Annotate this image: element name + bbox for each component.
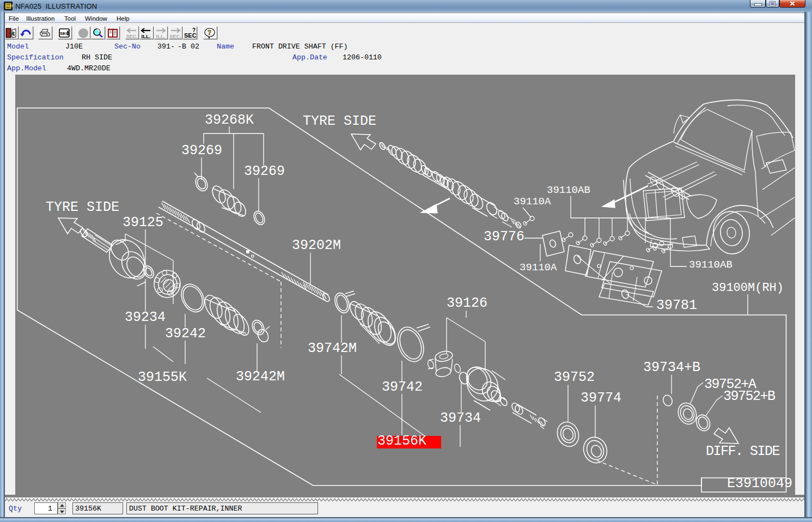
svg-text:SEC.: SEC.	[169, 33, 181, 39]
svg-text:39110AB: 39110AB	[689, 259, 732, 271]
svg-text:TYRE SIDE: TYRE SIDE	[46, 199, 119, 215]
svg-text:?: ?	[192, 27, 196, 33]
svg-text:39100M(RH): 39100M(RH)	[712, 281, 784, 295]
svg-text:39734: 39734	[440, 410, 481, 426]
svg-text:39269: 39269	[244, 163, 285, 179]
svg-text:TYRE SIDE: TYRE SIDE	[303, 113, 376, 129]
svg-text:39752+B: 39752+B	[723, 389, 776, 404]
svg-text:39242M: 39242M	[236, 369, 285, 385]
svg-text:39110A: 39110A	[520, 262, 557, 274]
svg-text:39781: 39781	[656, 298, 697, 313]
svg-text:39202M: 39202M	[292, 238, 341, 253]
svg-text:39774: 39774	[581, 390, 621, 406]
svg-text:39734+B: 39734+B	[643, 360, 700, 375]
svg-text:39110AB: 39110AB	[547, 184, 590, 196]
svg-text:ILL.: ILL.	[156, 33, 166, 39]
svg-text:39242: 39242	[165, 326, 206, 342]
svg-text:ILL.: ILL.	[141, 33, 150, 39]
svg-text:39155K: 39155K	[138, 369, 187, 385]
svg-text:39234: 39234	[125, 309, 166, 325]
svg-text:39110A: 39110A	[514, 196, 551, 208]
svg-text:39125: 39125	[123, 215, 163, 230]
svg-text:39156K: 39156K	[377, 433, 426, 449]
svg-text:E3910049: E3910049	[727, 476, 792, 491]
svg-text:DIFF. SIDE: DIFF. SIDE	[706, 444, 780, 459]
svg-text:39776: 39776	[484, 229, 524, 245]
svg-text:?: ?	[207, 29, 211, 37]
svg-text:39126: 39126	[447, 295, 487, 311]
svg-text:39269: 39269	[181, 143, 222, 159]
svg-text:39752: 39752	[554, 369, 595, 385]
svg-text:39742M: 39742M	[308, 341, 357, 356]
svg-text:39742: 39742	[382, 379, 423, 395]
svg-text:39268K: 39268K	[205, 112, 254, 128]
svg-text:SEC.: SEC.	[126, 33, 138, 39]
